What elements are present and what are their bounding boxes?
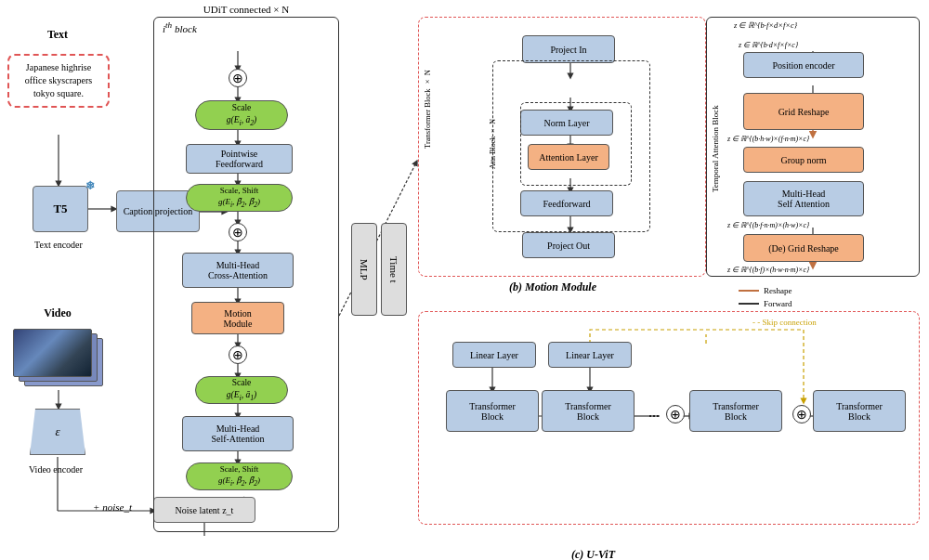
plus-circle-top: ⊕: [229, 69, 247, 87]
plus-circle-c1: ⊕: [666, 405, 685, 423]
legend-forward-line: [739, 303, 759, 305]
project-in-box: Project In: [522, 35, 615, 63]
ith-block-label: ith block: [163, 20, 197, 34]
video-label: Video: [20, 306, 95, 320]
mlp-box: MLP: [351, 223, 377, 316]
text-input-box: Japanese highrise office skyscrapers tok…: [7, 54, 110, 108]
dim4-label: z ∈ ℝ^{(b·f·n·m)×(h·w)×c}: [727, 221, 809, 229]
scale-shift1-oval: Scale, Shiftg(Ei, β̄2, β̄2): [186, 184, 293, 212]
attention-layer-box: Attention Layer: [528, 144, 609, 170]
transformer-block2-box: TransformerBlock: [542, 390, 635, 432]
legend-reshape-row: Reshape: [739, 286, 792, 295]
text-input-content: Japanese highrise office skyscrapers tok…: [25, 62, 92, 98]
diagram-container: Text Japanese highrise office skyscraper…: [0, 0, 929, 560]
scale2-oval: Scaleg(Ei, ā1): [195, 376, 288, 404]
scale-shift2-label: Scale, Shiftg(Ei, β̄2, β̄2): [218, 464, 260, 488]
motion-module-label: MotionModule: [223, 308, 252, 329]
dim5-label: z ∈ ℝ^{(b·f)×(h·w·n·m)×c}: [727, 266, 809, 274]
project-out-box: Project Out: [522, 232, 615, 258]
motion-module-box: MotionModule: [191, 302, 284, 334]
mhsa-box: Multi-HeadSelf Attention: [743, 181, 864, 216]
transformer-block1-box: TransformerBlock: [446, 390, 539, 432]
transformer-block1-label: TransformerBlock: [469, 401, 516, 422]
grid-reshape-label: Grid Reshape: [779, 107, 830, 117]
transformer-block4-box: TransformerBlock: [813, 390, 906, 432]
project-out-label: Project Out: [547, 241, 590, 251]
transformer-block2-label: TransformerBlock: [565, 401, 611, 422]
section-b-label: (b) Motion Module: [509, 280, 596, 294]
de-grid-reshape-box: (De) Grid Reshape: [743, 234, 864, 262]
video-enc-symbol: ε: [55, 424, 59, 439]
transformer-block3-box: TransformerBlock: [689, 390, 782, 432]
project-in-label: Project In: [550, 45, 586, 55]
t5-label: T5: [53, 202, 67, 216]
pointwise-box: PointwiseFeedforward: [186, 144, 293, 174]
text-label: Text: [20, 28, 95, 42]
linear-layer2-box: Linear Layer: [548, 342, 632, 368]
scale-shift2-oval: Scale, Shiftg(Ei, β̄2, β̄2): [186, 462, 293, 490]
scale1-oval: Scaleg(Ei, ā2): [195, 100, 288, 130]
skip-conn-text: Skip connection: [763, 318, 817, 327]
attention-layer-label: Attention Layer: [539, 152, 598, 163]
time-label: Time t: [388, 256, 399, 283]
plus-circle-3: ⊕: [229, 345, 247, 364]
transformer-block4-label: TransformerBlock: [836, 401, 883, 422]
legend-reshape-label: Reshape: [764, 286, 792, 295]
multihead-cross-label: Multi-HeadCross-Attention: [208, 260, 268, 280]
noise-plus-label: + noise_t: [93, 501, 132, 513]
multihead-self-box: Multi-HeadSelf-Attention: [182, 416, 294, 451]
plus-circle-2: ⊕: [229, 223, 247, 241]
feedforward-box: Feedforward: [520, 190, 613, 216]
pointwise-label: PointwiseFeedforward: [216, 149, 263, 169]
mlp-label: MLP: [359, 259, 370, 280]
dim3-label: z ∈ ℝ^{(b·h·w)×(f·n·m)×c}: [727, 135, 809, 143]
legend-forward-label: Forward: [764, 299, 792, 308]
feedforward-label: Feedforward: [543, 199, 590, 209]
transformer-nx-label: Transformer Block × N: [423, 70, 432, 149]
linear-layer2-label: Linear Layer: [566, 350, 614, 360]
video-frames: [6, 325, 112, 390]
skip-conn-label: - - Skip connection: [752, 318, 817, 327]
position-encoder-label: Position encoder: [773, 60, 835, 71]
mhsa-label: Multi-HeadSelf Attention: [778, 189, 830, 209]
t5-box: T5 ❄: [33, 186, 88, 232]
linear-layer1-box: Linear Layer: [452, 342, 536, 368]
section-c-label: (c) U-ViT: [571, 548, 615, 560]
attn-block-label: Attn Block × N: [489, 119, 497, 169]
dim2-label: z ∈ ℝ^{b·d×f×f×c}: [739, 41, 798, 49]
plus-circle-c2: ⊕: [792, 405, 811, 423]
scale-shift1-label: Scale, Shiftg(Ei, β̄2, β̄2): [218, 186, 260, 209]
de-grid-reshape-label: (De) Grid Reshape: [768, 243, 839, 254]
grid-reshape-box: Grid Reshape: [743, 93, 864, 130]
transformer-block3-label: TransformerBlock: [713, 401, 759, 422]
scale1-label: Scaleg(Ei, ā2): [227, 102, 257, 128]
video-encoder-label: Video encoder: [19, 464, 93, 475]
group-norm-label: Group norm: [780, 155, 826, 165]
position-encoder-box: Position encoder: [743, 52, 864, 78]
temporal-block-title: Temporal Attention Block: [708, 46, 723, 251]
video-enc-box: ε: [30, 409, 85, 455]
linear-layer1-label: Linear Layer: [470, 350, 518, 360]
scale2-label: Scaleg(Ei, ā1): [227, 377, 257, 403]
multihead-self-label: Multi-HeadSelf-Attention: [211, 423, 264, 444]
group-norm-box: Group norm: [743, 147, 864, 173]
legend-forward-row: Forward: [739, 299, 792, 308]
multihead-cross-box: Multi-HeadCross-Attention: [182, 253, 294, 288]
udit-title: UDiT connected × N: [153, 4, 339, 15]
time-box: Time t: [381, 223, 407, 316]
snowflake-icon: ❄: [85, 179, 95, 193]
dim1-label: z ∈ ℝ^{b·f×d×f×c}: [734, 20, 797, 30]
legend-reshape-line: [739, 290, 759, 292]
dots: ···: [648, 409, 660, 425]
text-encoder-label: Text encoder: [26, 240, 91, 250]
legend: Reshape Forward: [739, 286, 792, 308]
